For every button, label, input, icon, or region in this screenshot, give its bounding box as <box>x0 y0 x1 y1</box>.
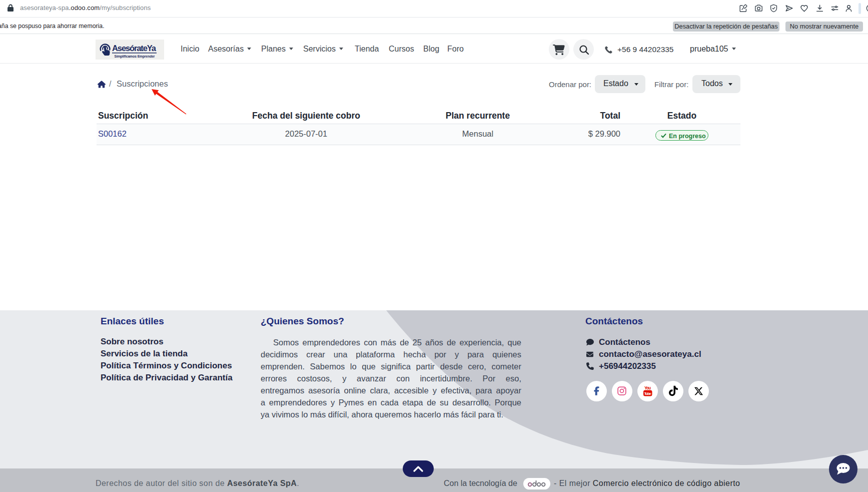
svg-text:Simplificamos Emprender: Simplificamos Emprender <box>115 55 155 59</box>
svg-text:You: You <box>644 385 651 390</box>
svg-text:Tube: Tube <box>644 391 651 396</box>
svg-text:AsesórateYa: AsesórateYa <box>112 44 157 53</box>
